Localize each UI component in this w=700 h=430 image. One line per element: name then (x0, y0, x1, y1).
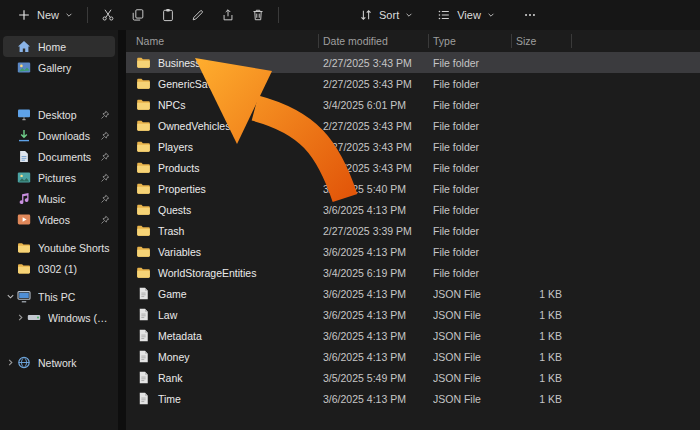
sort-button[interactable]: Sort (352, 4, 420, 26)
file-list-pane: Name Date modified Type Size Businesses2… (126, 30, 700, 430)
file-row-game[interactable]: Game3/6/2025 4:13 PMJSON File1 KB (126, 283, 700, 304)
pictures-icon (17, 171, 32, 184)
chevron-down-icon (405, 11, 413, 19)
folder-icon (17, 262, 32, 275)
sidebar-gap (3, 279, 115, 286)
new-button[interactable]: New (10, 4, 80, 26)
date-modified: 3/4/2025 6:19 PM (323, 267, 433, 279)
chevron-right-icon[interactable] (16, 313, 26, 322)
file-name: Money (158, 351, 190, 363)
view-button[interactable]: View (430, 4, 502, 26)
toolbar-separator (87, 7, 88, 23)
folder-icon (136, 266, 151, 279)
folder-row-variables[interactable]: Variables3/6/2025 4:13 PMFile folder (126, 241, 700, 262)
music-icon (17, 192, 32, 205)
name-cell: Game (136, 287, 323, 300)
chevron-down-icon[interactable] (6, 292, 16, 301)
file-size: 1 KB (516, 372, 576, 384)
file-name: Law (158, 309, 177, 321)
file-type: File folder (433, 99, 516, 111)
file-name: Rank (158, 372, 183, 384)
pin-icon (100, 131, 110, 141)
date-modified: 3/6/2025 4:13 PM (323, 246, 433, 258)
file-name: Game (158, 288, 187, 300)
column-header-date-modified[interactable]: Date modified (323, 30, 433, 52)
date-modified: 2/27/2025 3:43 PM (323, 141, 433, 153)
chevron-down-icon (65, 11, 73, 19)
sidebar-item-downloads[interactable]: Downloads (3, 125, 115, 146)
sidebar-item-label: This PC (38, 291, 110, 303)
folder-row-genericsaveables[interactable]: GenericSaveables2/27/2025 3:43 PMFile fo… (126, 73, 700, 94)
folder-row-businesses[interactable]: Businesses2/27/2025 3:43 PMFile folder (126, 52, 700, 73)
file-row-rank[interactable]: Rank3/5/2025 5:49 PMJSON File1 KB (126, 367, 700, 388)
plus-icon (17, 8, 31, 22)
file-name: Players (158, 141, 193, 153)
date-modified: 3/6/2025 4:13 PM (323, 393, 433, 405)
column-header-name[interactable]: Name (136, 30, 323, 52)
file-type: JSON File (433, 393, 516, 405)
sidebar-item-windows-c[interactable]: Windows (C:) (13, 307, 115, 328)
date-modified: 2/27/2025 3:39 PM (323, 225, 433, 237)
file-size: 1 KB (516, 309, 576, 321)
folder-row-properties[interactable]: Properties3/5/2025 5:40 PMFile folder (126, 178, 700, 199)
sidebar-item-label: Windows (C:) (48, 312, 110, 324)
chevron-right-icon[interactable] (6, 358, 16, 367)
file-type: File folder (433, 162, 516, 174)
sidebar-item-music[interactable]: Music (3, 188, 115, 209)
file-row-money[interactable]: Money3/6/2025 4:13 PMJSON File1 KB (126, 346, 700, 367)
folder-row-ownedvehicles[interactable]: OwnedVehicles2/27/2025 3:43 PMFile folde… (126, 115, 700, 136)
sidebar-item-label: Videos (38, 214, 100, 226)
folder-row-quests[interactable]: Quests3/6/2025 4:13 PMFile folder (126, 199, 700, 220)
share-icon (221, 8, 235, 22)
pin-icon (100, 173, 110, 183)
file-type: File folder (433, 204, 516, 216)
name-cell: Money (136, 350, 323, 363)
folder-icon (136, 182, 151, 195)
chevron-down-icon (487, 11, 495, 19)
file-type: File folder (433, 141, 516, 153)
file-explorer-window: New Sort View HomeGalleryDesktopDownload… (0, 0, 700, 430)
sidebar-item-network[interactable]: Network (3, 352, 115, 373)
name-cell: Properties (136, 182, 323, 195)
date-modified: 3/6/2025 4:13 PM (323, 330, 433, 342)
sidebar-item-desktop[interactable]: Desktop (3, 104, 115, 125)
column-header-size[interactable]: Size (516, 30, 576, 52)
new-button-label: New (37, 9, 59, 21)
sidebar-item-this-pc[interactable]: This PC (3, 286, 115, 307)
sidebar-item-videos[interactable]: Videos (3, 209, 115, 230)
cut-button[interactable] (95, 4, 121, 26)
rename-button[interactable] (185, 4, 211, 26)
folder-row-npcs[interactable]: NPCs3/4/2025 6:01 PMFile folder (126, 94, 700, 115)
more-options-button[interactable] (516, 4, 544, 26)
sidebar-item-documents[interactable]: Documents (3, 146, 115, 167)
copy-button[interactable] (125, 4, 151, 26)
file-name: Properties (158, 183, 206, 195)
file-row-law[interactable]: Law3/6/2025 4:13 PMJSON File1 KB (126, 304, 700, 325)
column-header-type[interactable]: Type (433, 30, 516, 52)
folder-row-products[interactable]: Products2/27/2025 3:43 PMFile folder (126, 157, 700, 178)
date-modified: 2/27/2025 3:43 PM (323, 162, 433, 174)
sidebar-item-home[interactable]: Home (3, 36, 115, 57)
folder-row-players[interactable]: Players2/27/2025 3:43 PMFile folder (126, 136, 700, 157)
delete-button[interactable] (245, 4, 271, 26)
file-size: 1 KB (516, 393, 576, 405)
sidebar-item-gallery[interactable]: Gallery (3, 57, 115, 78)
folder-row-worldstorageentities[interactable]: WorldStorageEntities3/4/2025 6:19 PMFile… (126, 262, 700, 283)
sidebar-item-0302-1[interactable]: 0302 (1) (3, 258, 115, 279)
date-modified: 3/6/2025 4:13 PM (323, 204, 433, 216)
paste-button[interactable] (155, 4, 181, 26)
file-type: File folder (433, 78, 516, 90)
more-ellipsis-icon (523, 8, 537, 22)
command-bar: New Sort View (0, 0, 700, 30)
sidebar-item-pictures[interactable]: Pictures (3, 167, 115, 188)
date-modified: 2/27/2025 3:43 PM (323, 57, 433, 69)
folder-row-trash[interactable]: Trash2/27/2025 3:39 PMFile folder (126, 220, 700, 241)
name-cell: Rank (136, 371, 323, 384)
rename-icon (191, 8, 205, 22)
sidebar-item-youtube-shorts[interactable]: Youtube Shorts (3, 237, 115, 258)
file-row-time[interactable]: Time3/6/2025 4:13 PMJSON File1 KB (126, 388, 700, 409)
explorer-body: HomeGalleryDesktopDownloadsDocumentsPict… (0, 30, 700, 430)
share-button[interactable] (215, 4, 241, 26)
file-row-metadata[interactable]: Metadata3/6/2025 4:13 PMJSON File1 KB (126, 325, 700, 346)
gallery-icon (17, 61, 32, 74)
